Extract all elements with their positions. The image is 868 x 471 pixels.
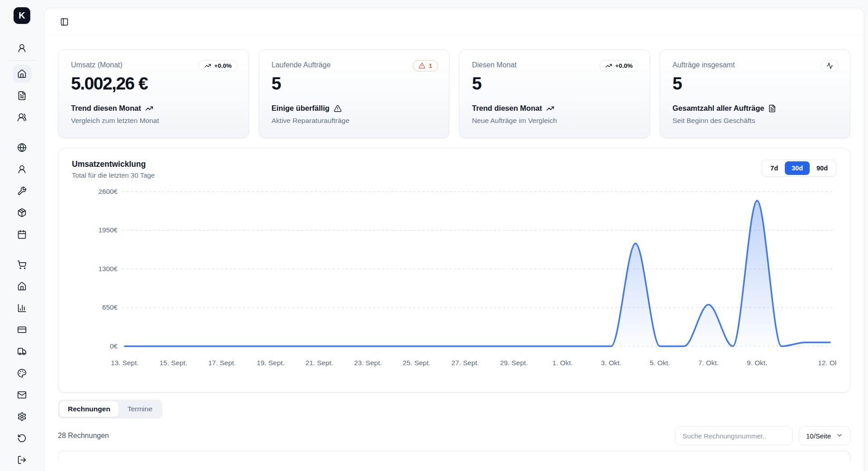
stat-card-label: Aufträge insgesamt [673,61,838,69]
sidebar-group-account [8,39,36,57]
stat-card-diesen-monat: Diesen Monat+0.0%5Trend diesen MonatNeue… [459,49,650,138]
svg-text:2600€: 2600€ [98,188,118,195]
svg-text:25. Sept.: 25. Sept. [403,359,430,367]
sidebar-item-user-round[interactable] [13,160,31,178]
stat-card-trend: Einige überfällig [272,104,437,113]
palette-icon [17,368,27,378]
chart-title: Umsatzentwicklung [72,160,155,169]
stat-card-laufende-aufträge: Laufende Aufträge15Einige überfälligAkti… [259,49,450,138]
stat-card-badge: 1 [413,60,438,71]
sidebar-item-mail[interactable] [13,386,31,404]
sidebar-group-services [8,138,36,243]
time-range-toggle: 7d30d90d [762,160,836,177]
panel-left-icon [60,18,69,26]
stat-badge-text: +0.0% [615,62,633,69]
svg-text:13. Sept.: 13. Sept. [111,359,138,367]
stat-card-description: Aktive Reparaturaufträge [272,117,437,125]
sidebar-nav [8,39,36,469]
stat-badge-text: +0.0% [214,62,232,69]
range-30d[interactable]: 30d [785,161,810,175]
sidebar-item-file-text[interactable] [13,86,31,104]
sidebar-group-main [8,65,36,126]
stat-card-label: Laufende Aufträge [272,61,437,69]
file-text-icon [768,104,776,113]
users-round-icon [17,113,27,122]
calendar-icon [17,230,27,239]
invoice-list-header: 28 Rechnungen 10/Seite [58,426,850,445]
range-7d[interactable]: 7d [764,161,785,175]
globe-icon [17,143,27,152]
svg-text:23. Sept.: 23. Sept. [354,359,382,367]
alert-triangle-icon [419,62,425,69]
stat-card-description: Vergleich zum letzten Monat [71,117,236,125]
sidebar-item-calendar[interactable] [13,225,31,243]
sidebar-item-settings[interactable] [13,407,31,425]
truck-icon [17,347,27,356]
svg-text:650€: 650€ [102,303,118,311]
sidebar-item-user-round[interactable] [13,39,31,57]
chart-column-icon [17,303,27,313]
mail-icon [17,390,27,400]
settings-icon [17,412,27,421]
svg-text:1300€: 1300€ [98,265,118,273]
chevron-down-icon [836,432,843,440]
stat-card-umsatz-monat: Umsatz (Monat)+0.0%5.002,26 €Trend diese… [58,49,249,138]
sidebar-group-more [8,255,36,469]
stat-card-value: 5 [272,74,437,94]
chart-subtitle: Total für die letzten 30 Tage [72,171,155,179]
svg-text:5. Okt.: 5. Okt. [650,359,670,367]
sidebar-toggle-button[interactable] [56,14,72,30]
sidebar-item-shopping-cart[interactable] [13,255,31,273]
sidebar-item-users-round[interactable] [13,108,31,126]
page-content: Umsatz (Monat)+0.0%5.002,26 €Trend diese… [44,36,864,471]
sidebar-item-wrench[interactable] [13,182,31,200]
trending-up-icon [605,62,612,69]
stat-card-trend: Gesamtzahl aller Aufträge [673,104,838,113]
app-logo[interactable]: K [14,7,30,24]
sidebar-item-truck[interactable] [13,342,31,360]
invoice-search-input[interactable] [675,426,793,445]
svg-text:3. Okt.: 3. Okt. [601,359,621,367]
stat-card-badge: +0.0% [599,60,639,71]
trending-up-icon [145,104,153,113]
range-90d[interactable]: 90d [810,161,835,175]
tab-rechnungen[interactable]: Rechnungen [60,401,118,417]
log-out-icon [17,455,27,465]
svg-text:15. Sept.: 15. Sept. [160,359,187,367]
sidebar-item-globe[interactable] [13,138,31,156]
stat-card-value: 5 [673,74,838,94]
svg-text:27. Sept.: 27. Sept. [451,359,479,367]
chevron-down-icon [836,432,843,439]
sidebar-item-house[interactable] [13,65,31,83]
svg-text:12. Okt.: 12. Okt. [818,359,836,367]
sidebar-item-palette[interactable] [13,364,31,382]
trending-up-icon [546,104,554,113]
sidebar-item-log-out[interactable] [13,451,31,469]
tab-termine[interactable]: Termine [119,401,160,417]
topbar [44,8,864,36]
sidebar-item-house[interactable] [13,277,31,295]
page-size-select[interactable]: 10/Seite [799,426,850,445]
invoice-table-top [58,451,850,462]
svg-text:21. Sept.: 21. Sept. [306,359,333,367]
svg-text:17. Sept.: 17. Sept. [208,359,236,367]
main-panel: Umsatz (Monat)+0.0%5.002,26 €Trend diese… [44,8,864,471]
stat-card-trend: Trend diesen Monat [71,104,236,113]
file-text-icon [17,91,27,100]
stat-card-badge: +0.0% [198,60,238,71]
invoice-controls: 10/Seite [675,426,850,445]
chart-header: Umsatzentwicklung Total für die letzten … [72,160,836,179]
credit-card-icon [17,325,27,334]
sidebar-item-package[interactable] [13,203,31,221]
page-size-value: 10/Seite [806,432,831,440]
sidebar-item-chart-column[interactable] [13,299,31,317]
stat-card-value: 5.002,26 € [71,74,236,94]
invoice-count: 28 Rechnungen [58,432,109,440]
sidebar-item-rotate-ccw[interactable] [13,429,31,447]
activity-icon [826,62,833,69]
svg-text:0€: 0€ [110,342,118,350]
house-icon [17,69,27,79]
user-round-icon [17,165,27,174]
sidebar-item-credit-card[interactable] [13,320,31,339]
svg-text:19. Sept.: 19. Sept. [257,359,284,367]
